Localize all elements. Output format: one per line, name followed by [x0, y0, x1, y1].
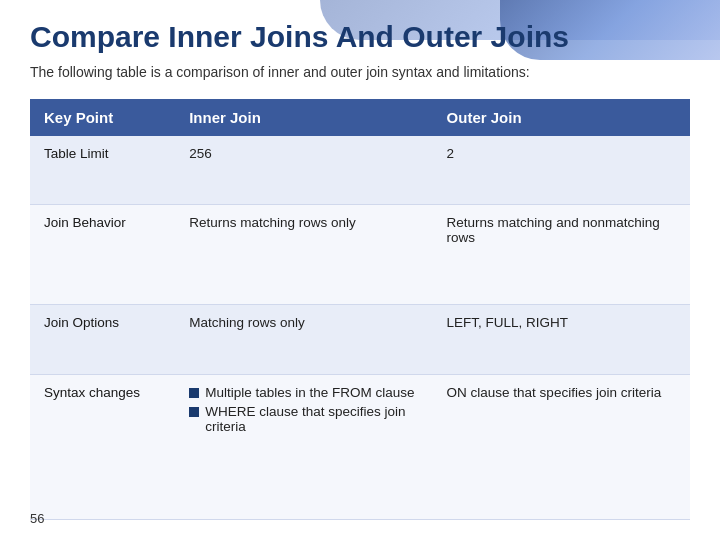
table-row: Join Options Matching rows only LEFT, FU…: [30, 305, 690, 375]
cell-inner: 256: [175, 136, 432, 205]
list-item-text: Multiple tables in the FROM clause: [205, 385, 414, 400]
comparison-table: Key Point Inner Join Outer Join Table Li…: [30, 99, 690, 520]
inner-bullet-list: Multiple tables in the FROM clause WHERE…: [189, 385, 418, 434]
header-key-point: Key Point: [30, 99, 175, 136]
cell-outer-list: ON clause that specifies join criteria: [433, 375, 690, 520]
subtitle: The following table is a comparison of i…: [30, 63, 690, 83]
page-title: Compare Inner Joins And Outer Joins: [30, 20, 690, 53]
list-item: Multiple tables in the FROM clause: [189, 385, 418, 400]
cell-key: Join Behavior: [30, 205, 175, 305]
cell-inner-list: Multiple tables in the FROM clause WHERE…: [175, 375, 432, 520]
header-outer-join: Outer Join: [433, 99, 690, 136]
list-item-text: WHERE clause that specifies join criteri…: [205, 404, 418, 434]
table-row: Join Behavior Returns matching rows only…: [30, 205, 690, 305]
cell-outer: 2: [433, 136, 690, 205]
cell-inner: Matching rows only: [175, 305, 432, 375]
cell-key: Join Options: [30, 305, 175, 375]
cell-key: Table Limit: [30, 136, 175, 205]
table-header-row: Key Point Inner Join Outer Join: [30, 99, 690, 136]
page-number: 56: [30, 511, 44, 526]
table-row: Syntax changes Multiple tables in the FR…: [30, 375, 690, 520]
bullet-icon: [189, 388, 199, 398]
page-container: Compare Inner Joins And Outer Joins The …: [0, 0, 720, 540]
cell-outer: Returns matching and nonmatching rows: [433, 205, 690, 305]
list-item: WHERE clause that specifies join criteri…: [189, 404, 418, 434]
table-row: Table Limit 256 2: [30, 136, 690, 205]
cell-outer: LEFT, FULL, RIGHT: [433, 305, 690, 375]
cell-inner: Returns matching rows only: [175, 205, 432, 305]
cell-key: Syntax changes: [30, 375, 175, 520]
header-inner-join: Inner Join: [175, 99, 432, 136]
bullet-icon: [189, 407, 199, 417]
